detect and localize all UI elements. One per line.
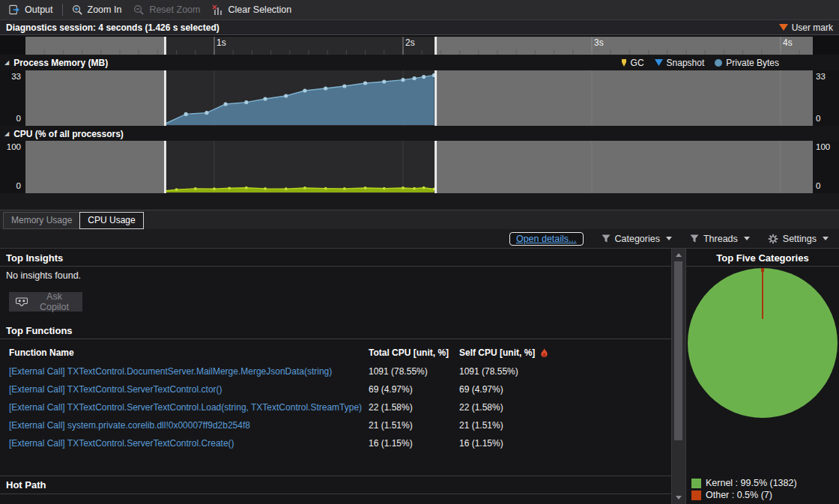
column-function-name[interactable]: Function Name xyxy=(9,347,74,358)
function-name-link[interactable]: [External Call] TXTextControl.ServerText… xyxy=(9,438,234,449)
filter-icon xyxy=(602,234,611,243)
column-self-cpu[interactable]: Self CPU [unit, %] xyxy=(459,347,548,358)
detail-toolbar: Open details... Categories Threads Setti… xyxy=(0,229,839,249)
top-five-categories-panel: Top Five Categories Kernel : 99.5% (1382… xyxy=(686,249,839,504)
cpu-collapse-icon[interactable]: ◢ xyxy=(4,131,9,137)
gc-legend-item: GC xyxy=(621,58,644,68)
clear-selection-label: Clear Selection xyxy=(228,4,291,15)
functions-table-header: Function Name Total CPU [unit, %] Self C… xyxy=(0,345,671,360)
cpu-ymin-left: 0 xyxy=(0,182,21,191)
zoom-in-icon xyxy=(72,4,83,16)
reset-zoom-icon xyxy=(133,4,145,16)
self-cpu-value: 1091 (78.55%) xyxy=(459,366,518,377)
settings-menu[interactable]: Settings xyxy=(768,234,829,244)
snapshot-legend-label: Snapshot xyxy=(667,58,705,68)
memory-collapse-icon[interactable]: ◢ xyxy=(4,60,9,66)
ask-copilot-button[interactable]: Ask Copilot xyxy=(9,292,82,312)
total-cpu-value: 21 (1.51%) xyxy=(369,420,413,431)
tab-row: Memory Usage CPU Usage xyxy=(0,210,839,229)
memory-ymin-left: 0 xyxy=(0,115,21,124)
open-details-link[interactable]: Open details... xyxy=(509,232,584,246)
tab-cpu-usage[interactable]: CPU Usage xyxy=(79,212,143,229)
function-name-link[interactable]: [External Call] TXTextControl.ServerText… xyxy=(9,384,222,395)
memory-ymax-left: 33 xyxy=(0,73,21,82)
memory-section-title: Process Memory (MB) xyxy=(13,58,108,68)
kernel-swatch xyxy=(691,479,701,488)
table-row[interactable]: [External Call] TXTextControl.DocumentSe… xyxy=(0,363,671,381)
gc-legend-label: GC xyxy=(631,58,644,68)
legend-item-kernel: Kernel : 99.5% (1382) xyxy=(691,478,797,488)
main-toolbar: Output Zoom In Reset Zoom Clear Selectio… xyxy=(0,0,839,20)
memory-ymax-right: 33 xyxy=(816,73,838,82)
clear-selection-button[interactable]: Clear Selection xyxy=(206,0,297,19)
reset-zoom-button[interactable]: Reset Zoom xyxy=(127,0,206,19)
private-bytes-marker-icon xyxy=(715,59,722,67)
details-pane: Top Insights No insights found. Ask Copi… xyxy=(0,249,672,504)
self-cpu-value: 21 (1.51%) xyxy=(459,420,503,431)
column-total-cpu[interactable]: Total CPU [unit, %] xyxy=(369,347,449,358)
table-row[interactable]: [External Call] system.private.corelib.d… xyxy=(0,417,671,435)
diagnostics-session-text: Diagnostics session: 4 seconds (1.426 s … xyxy=(6,22,219,33)
threads-menu[interactable]: Threads xyxy=(690,234,750,244)
top-insights-heading: Top Insights xyxy=(0,250,671,267)
total-cpu-value: 22 (1.58%) xyxy=(369,402,413,413)
output-icon xyxy=(9,4,20,15)
user-mark-label: User mark xyxy=(792,22,833,33)
user-mark-icon xyxy=(779,24,788,31)
table-row[interactable]: [External Call] TXTextControl.ServerText… xyxy=(0,381,671,399)
self-cpu-value: 69 (4.97%) xyxy=(459,384,503,395)
chevron-down-icon xyxy=(744,237,750,240)
function-name-link[interactable]: [External Call] TXTextControl.ServerText… xyxy=(9,402,362,413)
cpu-section-header: ◢ CPU (% of all processors) xyxy=(0,126,839,142)
self-cpu-value: 16 (1.15%) xyxy=(459,438,503,449)
scrollbar-thumb[interactable] xyxy=(674,261,682,440)
timeline-ruler[interactable]: 1s2s3s4s xyxy=(0,35,839,55)
user-mark-legend: User mark xyxy=(779,22,833,33)
flame-icon xyxy=(540,348,548,358)
chevron-down-icon xyxy=(666,237,672,240)
settings-menu-label: Settings xyxy=(783,234,817,244)
top-five-categories-title: Top Five Categories xyxy=(716,252,808,264)
ask-copilot-label: Ask Copilot xyxy=(33,291,76,312)
zoom-in-button[interactable]: Zoom In xyxy=(66,0,128,19)
svg-text:4s: 4s xyxy=(783,37,793,48)
cpu-ymin-right: 0 xyxy=(816,182,838,191)
tab-memory-usage[interactable]: Memory Usage xyxy=(3,212,80,229)
cpu-ymax-right: 100 xyxy=(816,143,838,152)
function-name-link[interactable]: [External Call] system.private.corelib.d… xyxy=(9,420,250,431)
function-name-link[interactable]: [External Call] TXTextControl.DocumentSe… xyxy=(9,366,332,377)
memory-ymin-right: 0 xyxy=(816,115,838,124)
hot-path-heading: Hot Path xyxy=(0,476,671,494)
legend-item-other: Other : 0.5% (7) xyxy=(691,490,772,500)
svg-text:2s: 2s xyxy=(405,37,415,48)
categories-menu[interactable]: Categories xyxy=(602,234,672,244)
table-row[interactable]: [External Call] TXTextControl.ServerText… xyxy=(0,435,671,453)
categories-pie-chart[interactable] xyxy=(688,268,838,418)
output-button[interactable]: Output xyxy=(3,0,59,19)
functions-table-body: [External Call] TXTextControl.DocumentSe… xyxy=(0,363,671,453)
cpu-usage-content: Top Insights No insights found. Ask Copi… xyxy=(0,249,839,504)
gc-marker-icon xyxy=(621,59,627,67)
total-cpu-value: 1091 (78.55%) xyxy=(369,366,428,377)
toolbar-separator xyxy=(62,4,63,16)
scrollbar-down-arrow[interactable] xyxy=(672,492,685,503)
cpu-section-title: CPU (% of all processors) xyxy=(13,129,124,139)
cpu-chart[interactable]: 100 0 100 0 xyxy=(0,141,839,193)
memory-chart[interactable]: 33 0 33 0 xyxy=(0,70,839,126)
threads-menu-label: Threads xyxy=(703,234,738,244)
table-row[interactable]: [External Call] TXTextControl.ServerText… xyxy=(0,399,671,417)
private-bytes-legend-label: Private Bytes xyxy=(726,58,779,68)
top-five-categories-heading: Top Five Categories xyxy=(686,250,839,267)
hot-path-title: Hot Path xyxy=(6,479,46,491)
scrollbar-up-arrow[interactable] xyxy=(672,249,685,261)
other-legend-label: Other : 0.5% (7) xyxy=(706,490,772,500)
vertical-scrollbar[interactable] xyxy=(672,249,686,504)
memory-section-header: ◢ Process Memory (MB) GC Snapshot Privat… xyxy=(0,55,839,70)
snapshot-marker-icon xyxy=(655,59,663,66)
top-functions-title: Top Functions xyxy=(6,325,73,336)
svg-text:1s: 1s xyxy=(216,37,226,48)
kernel-legend-label: Kernel : 99.5% (1382) xyxy=(706,478,797,488)
cpu-ymax-left: 100 xyxy=(0,143,21,152)
chevron-down-icon xyxy=(823,237,829,240)
categories-menu-label: Categories xyxy=(615,234,660,244)
